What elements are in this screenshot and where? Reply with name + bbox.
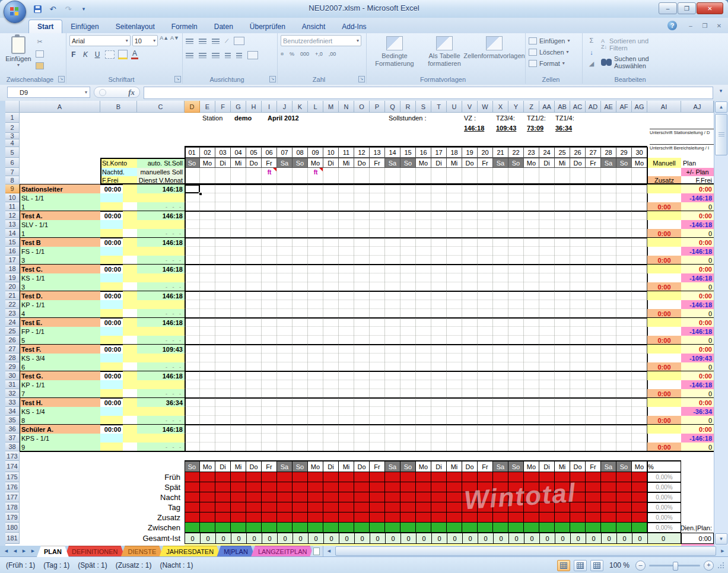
column-header-I[interactable]: I (262, 101, 277, 113)
scroll-down-button[interactable]: ▼ (715, 533, 727, 545)
day-name-cell[interactable]: So (616, 158, 632, 168)
cell[interactable] (100, 389, 123, 398)
employee-zusatz-cell[interactable]: 0:00 (647, 336, 681, 345)
cell[interactable] (100, 282, 123, 291)
sheet-tab-m-plan[interactable]: M|PLAN (217, 546, 255, 557)
sort-filter-button[interactable]: AZ↓ Sortieren und Filtern (601, 37, 657, 52)
cell[interactable] (123, 380, 137, 389)
schedule-cells[interactable] (185, 425, 647, 451)
orientation-button[interactable]: ⟋ (225, 38, 228, 44)
cell[interactable] (100, 443, 123, 451)
summary-value-cell[interactable]: 0 (231, 533, 247, 544)
cell[interactable] (100, 380, 123, 389)
align-center-button[interactable] (199, 53, 206, 58)
manuelles-soll-header-cell[interactable]: manuelles Soll (137, 168, 185, 176)
employee-zusatz-cell[interactable]: 0:00 (647, 256, 681, 265)
row-header-29[interactable]: 29 (5, 362, 20, 371)
summary-day-name-cell[interactable]: So (616, 461, 632, 472)
employee-ffrei-cell[interactable]: 0 (681, 202, 714, 211)
summary-day-name-cell[interactable]: Di (539, 461, 555, 472)
summary-day-name-cell[interactable]: Sa (601, 461, 616, 472)
selected-cell-D9[interactable] (185, 184, 200, 193)
summary-day-name-cell[interactable]: So (185, 461, 200, 472)
day-name-cell[interactable]: Mo (308, 158, 323, 168)
cell[interactable] (647, 300, 681, 309)
employee-ffrei-cell[interactable]: 0 (681, 309, 714, 318)
cell[interactable] (100, 309, 123, 318)
cell[interactable] (123, 273, 137, 282)
summary-day-name-cell[interactable]: Do (246, 461, 262, 472)
ribbon-tab-einfügen[interactable]: Einfügen (62, 20, 107, 33)
page-break-view-button[interactable] (590, 560, 603, 571)
row-header-30[interactable]: 30 (5, 371, 20, 380)
pct-header-cell[interactable]: % (647, 461, 681, 472)
column-header-U[interactable]: U (447, 101, 462, 113)
row-header-20[interactable]: 20 (5, 282, 20, 291)
cell[interactable] (137, 380, 185, 389)
next-sheet-button[interactable]: ▶ (20, 547, 28, 555)
vertical-scroll-thumb[interactable] (715, 114, 727, 155)
cell[interactable] (100, 300, 123, 309)
sheet-tab-plan[interactable]: PLAN (37, 546, 69, 557)
row-header-176[interactable]: 176 (5, 482, 20, 492)
cell[interactable] (123, 354, 137, 362)
day-number-cell[interactable]: 13 (370, 147, 385, 158)
summary-day-name-cell[interactable]: Mi (447, 461, 462, 472)
day-number-cell[interactable]: 18 (447, 147, 462, 158)
station-value[interactable]: demo (233, 113, 262, 123)
row-header-16[interactable]: 16 (5, 247, 20, 256)
schedule-cells[interactable] (185, 398, 647, 425)
summary-day-name-cell[interactable]: Fr (370, 461, 385, 472)
day-number-cell[interactable]: 04 (231, 147, 246, 158)
employee-plan-cell[interactable]: 0:00 (681, 318, 714, 327)
fill-color-button[interactable] (118, 50, 128, 59)
last-sheet-button[interactable]: ▶ (29, 547, 37, 555)
employee-name-cell[interactable]: Test H. (20, 398, 100, 407)
row-header-4[interactable]: 4 (5, 139, 20, 147)
day-name-cell[interactable]: Mo (416, 158, 431, 168)
column-header-AG[interactable]: AG (632, 101, 647, 113)
fill-button[interactable]: ↓ (586, 47, 597, 57)
italic-button[interactable]: K (81, 50, 90, 59)
employee-code-cell[interactable]: KS - 3/4 (20, 354, 100, 362)
employee-plan-cell[interactable]: 0:00 (681, 265, 714, 273)
increase-indent-button[interactable] (236, 53, 242, 58)
day-name-cell[interactable]: Do (246, 158, 262, 168)
summary-value-cell[interactable]: 0 (370, 533, 386, 544)
soll-item-value[interactable]: 109:43 (494, 123, 524, 133)
employee-ffrei-cell[interactable]: 0 (681, 362, 714, 371)
summary-pct-cell[interactable]: 0,00% (647, 502, 681, 512)
summary-value-cell[interactable]: 0 (632, 533, 648, 544)
employee-ffrei-cell[interactable]: 0 (681, 336, 714, 345)
employee-plan-diff-cell[interactable]: -146:18 (681, 220, 714, 229)
day-number-cell[interactable]: 05 (246, 147, 262, 158)
summary-red-cells[interactable] (185, 472, 647, 482)
employee-plan-diff-cell[interactable]: -146:18 (681, 193, 714, 202)
employee-number-cell[interactable]: 4 (20, 309, 100, 318)
summary-day-name-cell[interactable]: Di (323, 461, 339, 472)
summary-value-cell[interactable]: 0 (293, 533, 309, 544)
cell[interactable]: - - - (137, 202, 185, 211)
cell[interactable] (647, 238, 681, 247)
column-header-AJ[interactable]: AJ (681, 101, 714, 113)
cell[interactable] (647, 211, 681, 220)
column-header-O[interactable]: O (354, 101, 370, 113)
scroll-up-button[interactable]: ▲ (715, 101, 727, 113)
summary-red-cells[interactable] (185, 482, 647, 492)
employee-zusatz-cell[interactable]: 0:00 (647, 443, 681, 451)
sheet-tab-langzeitplan[interactable]: LANGZEITPLAN (251, 546, 314, 557)
summary-value-cell[interactable]: 0 (215, 533, 231, 544)
align-middle-button[interactable] (199, 39, 206, 44)
station-label[interactable]: Station (201, 113, 231, 123)
column-header-H[interactable]: H (246, 101, 262, 113)
cell[interactable] (123, 318, 137, 327)
day-name-cell[interactable]: Di (431, 158, 447, 168)
day-name-cell[interactable]: Mi (555, 158, 570, 168)
column-header-M[interactable]: M (323, 101, 339, 113)
cell[interactable] (123, 202, 137, 211)
summary-day-name-cell[interactable]: Mo (308, 461, 323, 472)
cell[interactable] (647, 318, 681, 327)
format-as-table-button[interactable]: Als Tabelle formatieren (419, 35, 469, 67)
cell[interactable]: - - - (137, 229, 185, 238)
employee-code-cell[interactable]: KS - 1/1 (20, 273, 100, 282)
